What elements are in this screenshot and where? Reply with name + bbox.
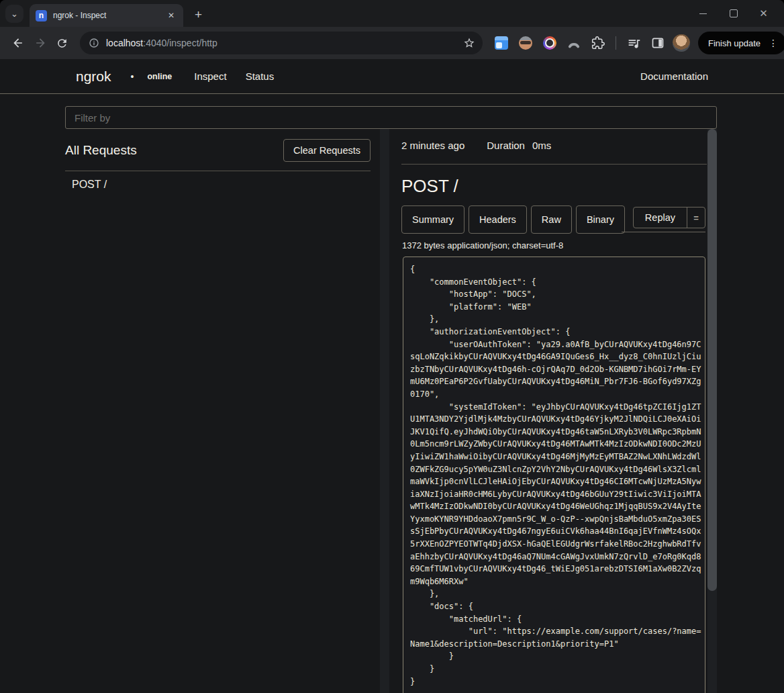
- window-tile-icon: [495, 36, 508, 50]
- window-controls: ✕: [688, 0, 779, 27]
- requests-header: All Requests Clear Requests: [65, 136, 371, 165]
- duration-value: 0ms: [532, 140, 551, 151]
- maximize-button[interactable]: [718, 0, 748, 27]
- profile-button[interactable]: [673, 33, 690, 53]
- request-detail-panel: 2 minutes ago Duration 0ms POST / Summar…: [393, 129, 717, 693]
- close-icon: ✕: [759, 7, 768, 19]
- bookmark-button[interactable]: [460, 34, 479, 52]
- puzzle-icon: [591, 36, 605, 50]
- info-icon[interactable]: [89, 38, 99, 48]
- detail-scrollbar-track[interactable]: [707, 129, 717, 693]
- browser-titlebar: ⌄ n ngrok - Inspect ✕ + ✕: [0, 0, 784, 27]
- toolbar-divider: [616, 36, 616, 50]
- ngrok-header: ngrok • online Inspect Status Documentat…: [0, 59, 784, 94]
- requests-title: All Requests: [65, 143, 137, 158]
- request-title: POST /: [401, 176, 707, 197]
- toy-avatar-icon: [519, 36, 532, 50]
- menu-icon: =: [693, 213, 699, 223]
- duration-label: Duration: [487, 140, 525, 151]
- back-button[interactable]: [7, 32, 29, 54]
- request-body-block: { "commonEventObject": { "hostApp": "DOC…: [403, 257, 705, 693]
- finish-update-label: Finish update: [708, 38, 761, 48]
- ngrok-favicon: n: [36, 10, 47, 21]
- forward-icon: [34, 36, 47, 50]
- url-host: localhost: [106, 38, 143, 48]
- close-window-button[interactable]: ✕: [748, 0, 779, 27]
- finish-update-button[interactable]: Finish update ⋮: [698, 32, 784, 54]
- sidebar-icon: [651, 36, 665, 50]
- avatar: [673, 34, 690, 52]
- ngrok-logo[interactable]: ngrok: [76, 68, 111, 85]
- side-panel-button[interactable]: [648, 33, 668, 53]
- tab-close-button[interactable]: ✕: [165, 9, 177, 21]
- url-text[interactable]: localhost:4040/inspect/http: [106, 38, 460, 48]
- ngrok-page: ngrok • online Inspect Status Documentat…: [0, 59, 784, 693]
- tab-binary[interactable]: Binary: [576, 205, 625, 234]
- browser-window: ⌄ n ngrok - Inspect ✕ + ✕: [0, 0, 784, 693]
- extension-avatar-button[interactable]: [516, 33, 536, 53]
- body-meta: 1372 bytes application/json; charset=utf…: [402, 240, 707, 250]
- browser-tab[interactable]: n ngrok - Inspect ✕: [30, 4, 183, 27]
- reload-icon: [56, 37, 68, 50]
- url-path: :4040/inspect/http: [143, 38, 217, 48]
- extension-arc-button[interactable]: [564, 33, 584, 53]
- browser-toolbar: localhost:4040/inspect/http Finish updat…: [0, 27, 784, 59]
- tab-raw[interactable]: Raw: [531, 205, 572, 234]
- back-icon: [11, 36, 25, 50]
- tab-headers[interactable]: Headers: [469, 205, 527, 234]
- nav-documentation[interactable]: Documentation: [640, 71, 708, 82]
- detail-scrollbar-thumb[interactable]: [707, 129, 717, 591]
- media-playlist-icon: [627, 36, 641, 50]
- online-status: online: [147, 72, 172, 81]
- camera-icon: [543, 36, 556, 50]
- extensions-menu-button[interactable]: [588, 33, 608, 53]
- browser-menu-button[interactable]: ⋮: [766, 38, 781, 48]
- split-view: All Requests Clear Requests POST / 2 min…: [65, 129, 717, 693]
- tabs-underline: [622, 232, 705, 232]
- forward-button[interactable]: [29, 32, 51, 54]
- detail-tabs: Summary Headers Raw Binary Replay =: [401, 205, 707, 234]
- request-time: 2 minutes ago: [401, 140, 464, 151]
- request-meta-row: 2 minutes ago Duration 0ms: [401, 129, 707, 165]
- close-icon: ✕: [168, 11, 175, 20]
- media-controls-button[interactable]: [624, 33, 644, 53]
- request-body-json: { "commonEventObject": { "hostApp": "DOC…: [410, 263, 698, 688]
- address-bar[interactable]: localhost:4040/inspect/http: [80, 32, 483, 54]
- tab-title: ngrok - Inspect: [53, 11, 165, 20]
- filter-input[interactable]: [65, 106, 717, 129]
- star-icon: [463, 37, 475, 49]
- clear-requests-button[interactable]: Clear Requests: [283, 139, 371, 162]
- minimize-icon: [699, 13, 707, 14]
- nav-status[interactable]: Status: [246, 71, 275, 82]
- status-dot: •: [131, 71, 134, 82]
- new-tab-button[interactable]: +: [191, 7, 206, 22]
- extension-windows-button[interactable]: [491, 33, 511, 53]
- arc-icon: [567, 36, 581, 50]
- nav-inspect[interactable]: Inspect: [194, 71, 226, 82]
- maximize-icon: [730, 9, 738, 17]
- reload-button[interactable]: [51, 32, 73, 54]
- requests-scrollbar-track[interactable]: [380, 129, 389, 693]
- main-content: All Requests Clear Requests POST / 2 min…: [65, 94, 717, 693]
- tab-search-button[interactable]: ⌄: [5, 5, 23, 23]
- replay-button[interactable]: Replay: [634, 207, 687, 228]
- chevron-down-icon: ⌄: [11, 9, 18, 18]
- replay-menu-button[interactable]: =: [687, 207, 705, 228]
- extension-camera-button[interactable]: [540, 33, 560, 53]
- plus-icon: +: [195, 7, 202, 21]
- replay-split-button: Replay =: [633, 207, 705, 228]
- minimize-button[interactable]: [688, 0, 718, 27]
- request-list-item[interactable]: POST /: [65, 171, 371, 197]
- tab-summary[interactable]: Summary: [401, 205, 464, 234]
- requests-panel: All Requests Clear Requests POST /: [65, 129, 389, 693]
